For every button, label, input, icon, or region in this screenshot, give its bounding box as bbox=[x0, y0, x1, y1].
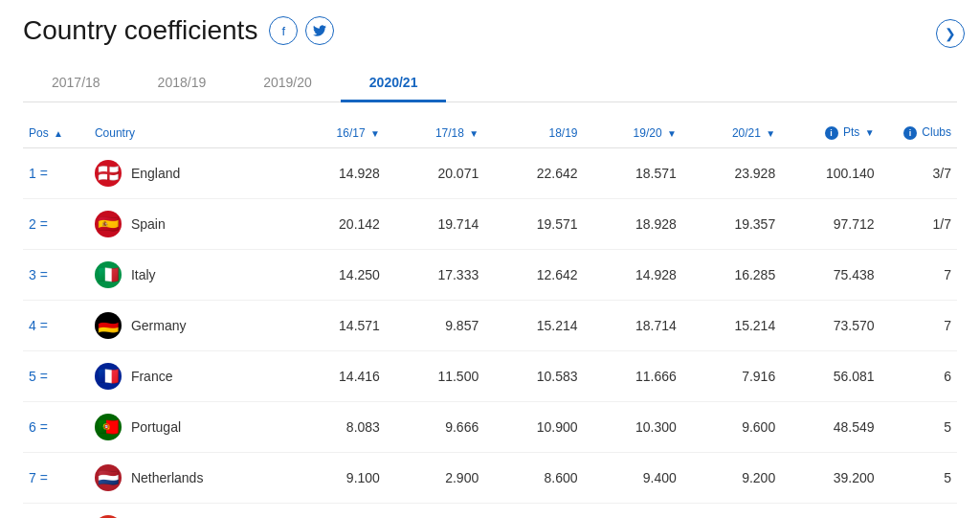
cell-clubs-3: 7 bbox=[880, 301, 957, 351]
pos-sort-icon: ▲ bbox=[54, 128, 63, 139]
table-row: 4 = 🇩🇪 Germany 14.571 9.857 15.214 18.71… bbox=[23, 301, 957, 351]
col-header-clubs: i Clubs bbox=[880, 118, 957, 148]
cell-pts-2: 75.438 bbox=[781, 250, 880, 301]
cell-col3-4: 10.583 bbox=[484, 351, 583, 402]
cell-pos-1: 2 = bbox=[23, 199, 89, 250]
table-row: 3 = 🇮🇹 Italy 14.250 17.333 12.642 14.928… bbox=[23, 250, 957, 301]
cell-col1-7: 9.200 bbox=[287, 504, 386, 519]
cell-col1-6: 9.100 bbox=[287, 453, 386, 504]
tabs-container: 2017/18 2018/19 2019/20 2020/21 bbox=[23, 65, 957, 102]
cell-col4-0: 18.571 bbox=[584, 148, 682, 199]
flag-2: 🇮🇹 bbox=[95, 261, 122, 288]
country-name-1: Spain bbox=[131, 216, 166, 232]
cell-pts-4: 56.081 bbox=[781, 351, 880, 402]
col1-sort-icon: ▼ bbox=[370, 128, 380, 139]
cell-col1-2: 14.250 bbox=[287, 250, 386, 301]
flag-4: 🇫🇷 bbox=[95, 363, 122, 390]
col-header-pos[interactable]: Pos ▲ bbox=[23, 118, 89, 148]
col-header-1920[interactable]: 19/20 ▼ bbox=[584, 118, 682, 148]
flag-1: 🇪🇸 bbox=[95, 211, 122, 237]
country-cell-5: 🇵🇹 Portugal bbox=[95, 414, 281, 440]
cell-col5-5: 9.600 bbox=[682, 402, 781, 453]
pts-sort-icon: ▼ bbox=[865, 127, 875, 138]
tab-2020-21[interactable]: 2020/21 bbox=[341, 65, 447, 102]
col-header-1617[interactable]: 16/17 ▼ bbox=[287, 118, 386, 148]
cell-clubs-7: 6 bbox=[880, 504, 957, 519]
cell-col4-2: 14.928 bbox=[584, 250, 682, 301]
col4-sort-icon: ▼ bbox=[667, 128, 677, 139]
col-header-pts[interactable]: i Pts ▼ bbox=[781, 118, 880, 148]
cell-col3-3: 15.214 bbox=[484, 301, 583, 351]
cell-pos-0: 1 = bbox=[23, 148, 89, 199]
cell-country-6: 🇳🇱 Netherlands bbox=[89, 453, 287, 504]
cell-pts-5: 48.549 bbox=[781, 402, 880, 453]
country-cell-3: 🇩🇪 Germany bbox=[95, 312, 281, 339]
table-row: 6 = 🇵🇹 Portugal 8.083 9.666 10.900 10.30… bbox=[23, 402, 957, 453]
flag-5: 🇵🇹 bbox=[95, 414, 122, 440]
col2-sort-icon: ▼ bbox=[469, 128, 479, 139]
table-row: 7 = 🇳🇱 Netherlands 9.100 2.900 8.600 9.4… bbox=[23, 453, 957, 504]
cell-col4-7: 4.666 bbox=[584, 504, 682, 519]
country-name-0: England bbox=[131, 166, 180, 181]
cell-clubs-0: 3/7 bbox=[880, 148, 957, 199]
country-cell-1: 🇪🇸 Spain bbox=[95, 211, 281, 237]
social-icons: f bbox=[269, 16, 334, 45]
col-header-2021[interactable]: 20/21 ▼ bbox=[682, 118, 781, 148]
country-cell-0: 🏴󠁧󠁢󠁥󠁮󠁧󠁿 England bbox=[95, 160, 281, 187]
cell-col2-1: 19.714 bbox=[386, 199, 484, 250]
cell-col1-0: 14.928 bbox=[287, 148, 386, 199]
cell-col3-1: 19.571 bbox=[484, 199, 583, 250]
cell-col1-4: 14.416 bbox=[287, 351, 386, 402]
nav-right-arrow[interactable]: ❯ bbox=[936, 19, 965, 48]
cell-col1-3: 14.571 bbox=[287, 301, 386, 351]
cell-clubs-6: 5 bbox=[880, 453, 957, 504]
cell-col5-2: 16.285 bbox=[682, 250, 781, 301]
cell-country-4: 🇫🇷 France bbox=[89, 351, 287, 402]
tab-2019-20[interactable]: 2019/20 bbox=[234, 65, 341, 102]
cell-pos-6: 7 = bbox=[23, 453, 89, 504]
table-row: 8 = 🇷🇺 Russia 9.200 12.600 7.583 4.666 4… bbox=[23, 504, 957, 519]
cell-col2-6: 2.900 bbox=[386, 453, 484, 504]
cell-col5-6: 9.200 bbox=[682, 453, 781, 504]
cell-col2-2: 17.333 bbox=[386, 250, 484, 301]
col5-sort-icon: ▼ bbox=[766, 128, 775, 139]
table-row: 5 = 🇫🇷 France 14.416 11.500 10.583 11.66… bbox=[23, 351, 957, 402]
pts-info-icon: i bbox=[825, 126, 838, 140]
cell-country-0: 🏴󠁧󠁢󠁥󠁮󠁧󠁿 England bbox=[89, 148, 287, 199]
cell-col2-7: 12.600 bbox=[386, 504, 484, 519]
cell-pts-6: 39.200 bbox=[781, 453, 880, 504]
cell-col3-7: 7.583 bbox=[484, 504, 583, 519]
tab-2018-19[interactable]: 2018/19 bbox=[129, 65, 235, 102]
cell-clubs-2: 7 bbox=[880, 250, 957, 301]
flag-3: 🇩🇪 bbox=[95, 312, 122, 339]
cell-country-7: 🇷🇺 Russia bbox=[89, 504, 287, 519]
cell-col4-3: 18.714 bbox=[584, 301, 682, 351]
cell-col2-0: 20.071 bbox=[386, 148, 484, 199]
country-name-2: Italy bbox=[131, 267, 156, 282]
twitter-icon[interactable] bbox=[305, 16, 334, 45]
col-header-1718[interactable]: 17/18 ▼ bbox=[386, 118, 484, 148]
cell-pos-7: 8 = bbox=[23, 504, 89, 519]
cell-clubs-1: 1/7 bbox=[880, 199, 957, 250]
cell-pts-3: 73.570 bbox=[781, 301, 880, 351]
flag-6: 🇳🇱 bbox=[95, 464, 122, 491]
clubs-info-icon: i bbox=[903, 126, 917, 140]
page-header: Country coefficients f bbox=[23, 15, 957, 46]
cell-col4-5: 10.300 bbox=[584, 402, 682, 453]
table-header-row: Pos ▲ Country 16/17 ▼ 17/18 ▼ 18/19 19/2… bbox=[23, 118, 957, 148]
cell-pts-7: 38.382 bbox=[781, 504, 880, 519]
country-name-3: Germany bbox=[131, 318, 187, 333]
table-row: 1 = 🏴󠁧󠁢󠁥󠁮󠁧󠁿 England 14.928 20.071 22.642… bbox=[23, 148, 957, 199]
facebook-icon[interactable]: f bbox=[269, 16, 298, 45]
country-cell-4: 🇫🇷 France bbox=[95, 363, 281, 390]
cell-col5-0: 23.928 bbox=[682, 148, 781, 199]
cell-country-3: 🇩🇪 Germany bbox=[89, 301, 287, 351]
cell-col3-0: 22.642 bbox=[484, 148, 583, 199]
cell-col4-1: 18.928 bbox=[584, 199, 682, 250]
country-name-5: Portugal bbox=[131, 419, 181, 435]
page-title: Country coefficients bbox=[23, 15, 257, 46]
cell-col2-3: 9.857 bbox=[386, 301, 484, 351]
cell-col4-4: 11.666 bbox=[584, 351, 682, 402]
table-row: 2 = 🇪🇸 Spain 20.142 19.714 19.571 18.928… bbox=[23, 199, 957, 250]
tab-2017-18[interactable]: 2017/18 bbox=[23, 65, 129, 102]
